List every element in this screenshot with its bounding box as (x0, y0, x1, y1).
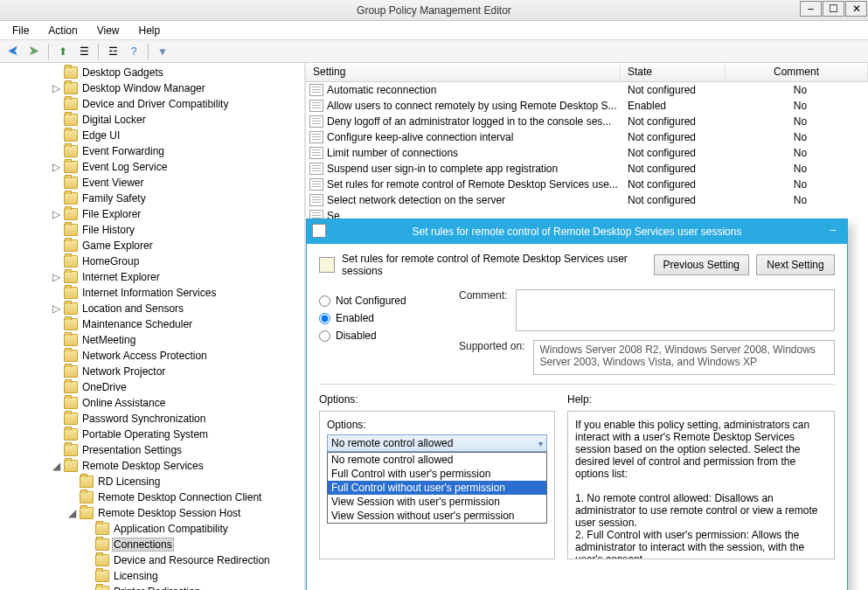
row-setting: Configure keep-alive connection interval (327, 131, 513, 143)
tree-node[interactable]: Event Viewer (0, 175, 304, 191)
settings-row[interactable]: Configure keep-alive connection interval… (306, 129, 868, 145)
navigation-tree[interactable]: Desktop Gadgets▷Desktop Window ManagerDe… (0, 63, 306, 590)
column-setting[interactable]: Setting (306, 63, 621, 81)
settings-row[interactable]: Limit number of connectionsNot configure… (306, 145, 868, 161)
settings-row[interactable]: Deny logoff of an administrator logged i… (306, 114, 868, 129)
help-button[interactable]: ? (124, 42, 143, 61)
tree-node[interactable]: Portable Operating System (0, 427, 304, 442)
expand-icon[interactable]: ▷ (51, 271, 61, 283)
tree-node[interactable]: HomeGroup (0, 253, 304, 269)
menu-view[interactable]: View (88, 23, 128, 38)
filter-button[interactable]: ▼ (153, 42, 172, 61)
expand-icon[interactable]: ▷ (51, 161, 61, 173)
tree-node[interactable]: OneDrive (0, 379, 304, 395)
settings-row[interactable]: Suspend user sign-in to complete app reg… (306, 161, 868, 177)
radio-not-configured-input[interactable] (319, 295, 330, 307)
tree-node[interactable]: Family Safety (0, 191, 304, 206)
maximize-button[interactable]: ☐ (823, 1, 844, 17)
dropdown-option[interactable]: Full Control without user's permission (328, 481, 546, 495)
tree-node[interactable]: Device and Resource Redirection (0, 552, 304, 568)
tree-label: Connections (112, 538, 174, 552)
radio-not-configured[interactable]: Not Configured (319, 295, 459, 307)
expand-icon[interactable]: ◢ (51, 460, 61, 472)
tree-node[interactable]: ▷File Explorer (0, 206, 304, 222)
tree-node[interactable]: Presentation Settings (0, 442, 304, 458)
dropdown-list[interactable]: No remote control allowedFull Control wi… (327, 452, 547, 524)
policy-icon (309, 178, 323, 191)
tree-node[interactable]: Internet Information Services (0, 285, 304, 301)
folder-icon (64, 98, 78, 110)
tree-node[interactable]: ▷Internet Explorer (0, 269, 304, 285)
separator (148, 44, 149, 59)
dialog-minimize-button[interactable]: – (821, 221, 845, 239)
tree-node[interactable]: Licensing (0, 568, 304, 584)
tree-node[interactable]: RD Licensing (0, 474, 304, 489)
tree-node[interactable]: Game Explorer (0, 238, 304, 253)
tree-label: Internet Information Services (80, 286, 218, 300)
column-state[interactable]: State (621, 63, 726, 81)
radio-enabled-input[interactable] (319, 313, 330, 324)
tree-label: Family Safety (80, 191, 148, 205)
tree-node[interactable]: File History (0, 222, 304, 238)
dropdown-option[interactable]: No remote control allowed (328, 453, 546, 467)
tree-node[interactable]: Application Compatibility (0, 521, 304, 537)
dropdown-option[interactable]: View Session with user's permission (328, 495, 546, 509)
settings-row[interactable]: Select network detection on the serverNo… (306, 192, 868, 208)
back-button[interactable]: ⮜ (3, 42, 23, 61)
settings-row[interactable]: Set rules for remote control of Remote D… (306, 177, 868, 192)
tree-node[interactable]: ▷Location and Sensors (0, 301, 304, 316)
forward-button[interactable]: ⮞ (24, 42, 44, 61)
tree-node[interactable]: Digital Locker (0, 112, 304, 128)
row-setting: Allow users to connect remotely by using… (327, 100, 616, 112)
expand-icon[interactable]: ▷ (51, 302, 61, 315)
show-hide-tree-button[interactable]: ☰ (74, 42, 94, 61)
settings-row[interactable]: Allow users to connect remotely by using… (306, 98, 868, 114)
next-setting-button[interactable]: Next Setting (756, 254, 835, 275)
tree-node[interactable]: Event Forwarding (0, 143, 304, 159)
tree-node[interactable]: ◢Remote Desktop Session Host (0, 505, 304, 521)
comment-field[interactable] (516, 289, 835, 331)
tree-node[interactable]: Online Assistance (0, 395, 304, 411)
dropdown-option[interactable]: Full Control with user's permission (328, 467, 546, 481)
menu-help[interactable]: Help (130, 23, 170, 38)
expand-icon[interactable]: ◢ (66, 507, 77, 519)
tree-label: Licensing (112, 569, 160, 583)
dialog-titlebar[interactable]: Set rules for remote control of Remote D… (307, 219, 847, 244)
menu-file[interactable]: File (3, 23, 38, 38)
expand-icon[interactable]: ▷ (51, 208, 61, 220)
tree-node[interactable]: Network Projector (0, 364, 304, 379)
expand-icon[interactable]: ▷ (51, 82, 61, 94)
tree-node[interactable]: Connections (0, 537, 304, 552)
up-button[interactable]: ⬆ (53, 42, 73, 61)
tree-label: Internet Explorer (80, 270, 162, 284)
tree-node[interactable]: ▷Event Log Service (0, 159, 304, 175)
settings-row[interactable]: Automatic reconnectionNot configuredNo (306, 82, 868, 98)
tree-node[interactable]: Maintenance Scheduler (0, 316, 304, 332)
radio-enabled[interactable]: Enabled (319, 312, 459, 324)
previous-setting-button[interactable]: Previous Setting (654, 254, 749, 275)
tree-node[interactable]: ▷Desktop Window Manager (0, 80, 304, 96)
tree-node[interactable]: Remote Desktop Connection Client (0, 489, 304, 505)
tree-label: Portable Operating System (80, 427, 210, 441)
column-comment[interactable]: Comment (726, 63, 868, 81)
folder-icon (64, 145, 78, 157)
tree-node[interactable]: Desktop Gadgets (0, 65, 304, 80)
tree-node[interactable]: ◢Remote Desktop Services (0, 458, 304, 474)
tree-node[interactable]: Network Access Protection (0, 348, 304, 364)
tree-node[interactable]: Edge UI (0, 128, 304, 143)
properties-button[interactable]: ☲ (103, 42, 122, 61)
row-comment: No (726, 84, 868, 96)
tree-label: Desktop Window Manager (80, 81, 207, 95)
tree-node[interactable]: Password Synchronization (0, 411, 304, 427)
menu-action[interactable]: Action (39, 23, 86, 38)
close-button[interactable]: ✕ (845, 1, 867, 17)
tree-node[interactable]: NetMeeting (0, 332, 304, 348)
folder-icon (80, 507, 94, 519)
tree-node[interactable]: Device and Driver Compatibility (0, 96, 304, 112)
dropdown-option[interactable]: View Session without user's permission (328, 509, 546, 523)
radio-disabled[interactable]: Disabled (319, 330, 459, 342)
tree-node[interactable]: Printer Redirection (0, 584, 304, 590)
radio-disabled-input[interactable] (319, 330, 330, 342)
options-dropdown[interactable]: No remote control allowed ▾ (327, 434, 547, 452)
minimize-button[interactable]: – (800, 1, 822, 17)
